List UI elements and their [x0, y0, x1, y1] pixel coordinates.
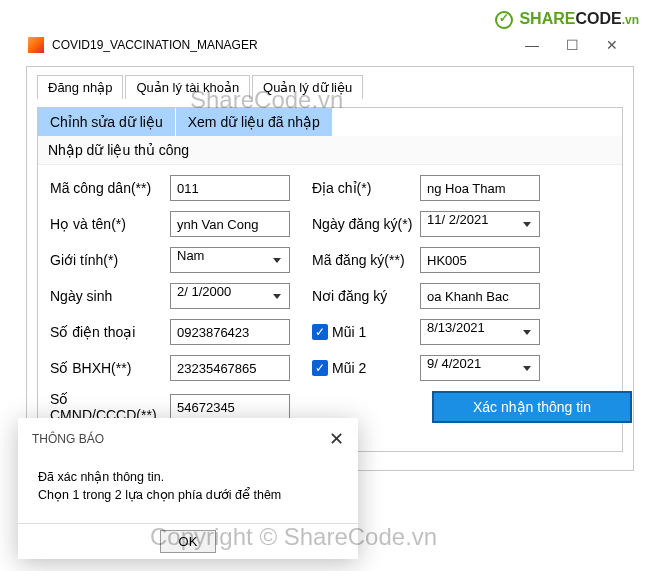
mui1-label: Mũi 1	[332, 324, 366, 340]
messagebox-ok-button[interactable]: OK	[160, 530, 217, 553]
tab-content: Chỉnh sửa dữ liệu Xem dữ liệu đã nhập Nh…	[37, 107, 623, 452]
tab-account-mgmt[interactable]: Quản lý tài khoản	[125, 75, 250, 99]
ho-ten-input[interactable]	[170, 211, 290, 237]
dia-chi-label: Địa chỉ(*)	[312, 180, 420, 196]
logo-check-icon	[495, 11, 513, 29]
right-column: Địa chỉ(*) Ngày đăng ký(*) 11/ 2/2021 Mã…	[312, 175, 632, 433]
bhxh-label: Số BHXH(**)	[50, 360, 170, 376]
subtab-edit-data[interactable]: Chỉnh sửa dữ liệu	[38, 108, 176, 136]
messagebox-title: THÔNG BÁO	[32, 432, 104, 446]
mui2-checkbox[interactable]: ✓ Mũi 2	[312, 360, 420, 376]
minimize-button[interactable]: —	[512, 37, 552, 53]
mui2-date-picker[interactable]: 9/ 4/2021	[420, 355, 540, 381]
titlebar: COVID19_VACCINATION_MANAGER — ☐ ✕	[20, 30, 640, 60]
main-tabs: Đăng nhập Quản lý tài khoản Quản lý dữ l…	[37, 75, 623, 99]
sub-tabs: Chỉnh sửa dữ liệu Xem dữ liệu đã nhập	[38, 108, 622, 136]
sharecode-logo: SHARECODE.vn	[495, 10, 639, 29]
ngay-dk-picker[interactable]: 11/ 2/2021	[420, 211, 540, 237]
noi-dk-input[interactable]	[420, 283, 540, 309]
bhxh-input[interactable]	[170, 355, 290, 381]
ngay-sinh-picker[interactable]: 2/ 1/2000	[170, 283, 290, 309]
gioi-tinh-select[interactable]: Nam	[170, 247, 290, 273]
ho-ten-label: Họ và tên(*)	[50, 216, 170, 232]
form-panel: Đăng nhập Quản lý tài khoản Quản lý dữ l…	[26, 66, 634, 471]
close-button[interactable]: ✕	[592, 37, 632, 53]
sdt-input[interactable]	[170, 319, 290, 345]
ma-dk-input[interactable]	[420, 247, 540, 273]
gioi-tinh-label: Giới tính(*)	[50, 252, 170, 268]
dia-chi-input[interactable]	[420, 175, 540, 201]
left-column: Mã công dân(**) Họ và tên(*) Giới tính(*…	[50, 175, 290, 433]
ngay-dk-label: Ngày đăng ký(*)	[312, 216, 420, 232]
ngay-sinh-label: Ngày sinh	[50, 288, 170, 304]
ma-cong-dan-label: Mã công dân(**)	[50, 180, 170, 196]
noi-dk-label: Nơi đăng ký	[312, 288, 420, 304]
ma-cong-dan-input[interactable]	[170, 175, 290, 201]
app-icon	[28, 37, 44, 53]
confirm-button[interactable]: Xác nhận thông tin	[432, 391, 632, 423]
maximize-button[interactable]: ☐	[552, 37, 592, 53]
mui2-label: Mũi 2	[332, 360, 366, 376]
subtab-view-data[interactable]: Xem dữ liệu đã nhập	[176, 108, 333, 136]
sdt-label: Số điện thoại	[50, 324, 170, 340]
main-window: COVID19_VACCINATION_MANAGER — ☐ ✕ Đăng n…	[20, 30, 640, 477]
messagebox: THÔNG BÁO ✕ Đã xác nhận thông tin. Chọn …	[18, 418, 358, 560]
mui1-date-picker[interactable]: 8/13/2021	[420, 319, 540, 345]
check-icon: ✓	[312, 324, 328, 340]
messagebox-close-icon[interactable]: ✕	[329, 428, 344, 450]
ma-dk-label: Mã đăng ký(**)	[312, 252, 420, 268]
cmnd-input[interactable]	[170, 394, 290, 420]
section-label: Nhập dữ liệu thủ công	[38, 136, 622, 165]
window-title: COVID19_VACCINATION_MANAGER	[52, 38, 258, 52]
tab-data-mgmt[interactable]: Quản lý dữ liệu	[252, 75, 363, 99]
mui1-checkbox[interactable]: ✓ Mũi 1	[312, 324, 420, 340]
tab-login[interactable]: Đăng nhập	[37, 75, 123, 99]
check-icon: ✓	[312, 360, 328, 376]
messagebox-body: Đã xác nhận thông tin. Chọn 1 trong 2 lự…	[18, 460, 358, 524]
